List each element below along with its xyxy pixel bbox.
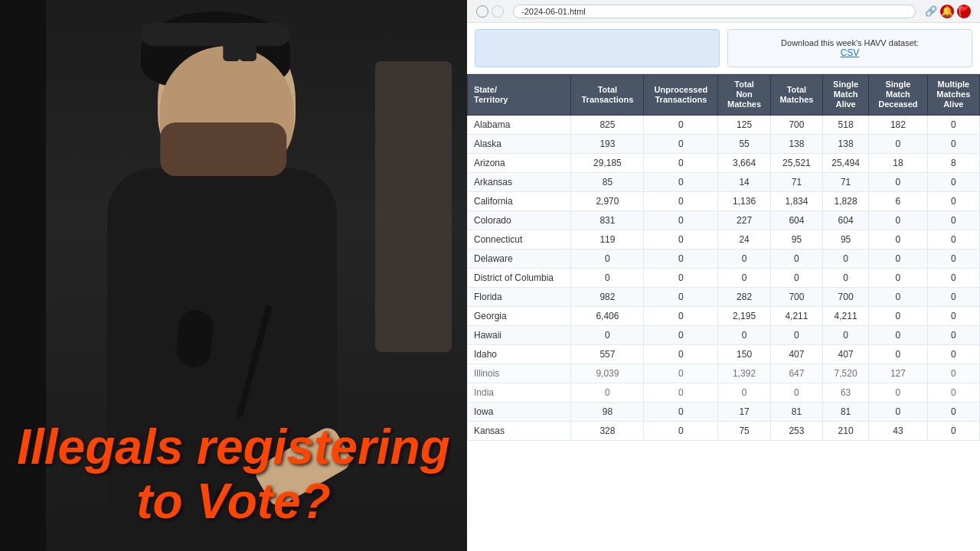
- cell-value: 0: [823, 249, 869, 268]
- cell-value: 25,494: [823, 153, 869, 172]
- data-table: State/Territory TotalTransactions Unproc…: [467, 74, 980, 441]
- col-single-match-deceased: SingleMatchDeceased: [869, 75, 928, 116]
- table-row: Colorado831022760460400: [468, 210, 980, 230]
- cell-state: Colorado: [468, 210, 571, 230]
- browser-url[interactable]: -2024-06-01.html: [513, 5, 916, 18]
- cell-state: Idaho: [468, 344, 571, 364]
- cell-value: 518: [823, 115, 869, 134]
- cell-value: 0: [927, 210, 979, 230]
- cell-value: 0: [927, 134, 979, 153]
- cell-value: 2,195: [718, 306, 770, 325]
- cell-value: 0: [644, 249, 718, 268]
- browser-forward-icon: [492, 5, 504, 18]
- cell-value: 0: [718, 249, 770, 268]
- cell-state: Illinois: [468, 364, 571, 383]
- cell-value: 557: [571, 344, 644, 364]
- cell-value: 43: [869, 421, 928, 440]
- cell-state: Iowa: [468, 402, 571, 421]
- cell-value: 0: [869, 325, 928, 344]
- cell-value: 182: [869, 115, 928, 134]
- cell-value: 0: [571, 325, 644, 344]
- cell-value: 0: [927, 287, 979, 306]
- col-multiple-matches-alive: MultipleMatchesAlive: [927, 75, 979, 116]
- cell-value: 0: [644, 402, 718, 421]
- cell-value: 4,211: [770, 306, 822, 325]
- cell-value: 0: [718, 325, 770, 344]
- cell-value: 0: [644, 172, 718, 191]
- cell-state: Arkansas: [468, 172, 571, 191]
- cell-state: District of Columbia: [468, 268, 571, 287]
- cell-value: 0: [571, 249, 644, 268]
- cell-state: Alaska: [468, 134, 571, 153]
- cell-state: Kansas: [468, 421, 571, 440]
- cell-value: 0: [644, 383, 718, 402]
- cell-value: 0: [644, 230, 718, 249]
- webcam-area: Illegals registering to Vote?: [0, 0, 467, 551]
- cell-value: 0: [869, 306, 928, 325]
- cell-value: 138: [823, 134, 869, 153]
- cell-state: Florida: [468, 287, 571, 306]
- cell-value: 0: [644, 115, 718, 134]
- cell-value: 982: [571, 287, 644, 306]
- cell-value: 0: [869, 383, 928, 402]
- cell-value: 14: [718, 172, 770, 191]
- cell-value: 0: [927, 402, 979, 421]
- cell-value: 138: [770, 134, 822, 153]
- table-row: Florida982028270070000: [468, 287, 980, 306]
- table-row: Idaho557015040740700: [468, 344, 980, 364]
- cell-state: Alabama: [468, 115, 571, 134]
- csv-link[interactable]: CSV: [841, 47, 860, 58]
- table-row: India00006300: [468, 383, 980, 402]
- cell-value: 0: [770, 325, 822, 344]
- cell-value: 825: [571, 115, 644, 134]
- cell-value: 24: [718, 230, 770, 249]
- col-total-transactions: TotalTransactions: [571, 75, 644, 116]
- cell-value: 0: [927, 268, 979, 287]
- table-row: Hawaii0000000: [468, 325, 980, 344]
- col-single-match-alive: SingleMatchAlive: [823, 75, 869, 116]
- cell-value: 0: [869, 287, 928, 306]
- col-total-matches: TotalMatches: [770, 75, 822, 116]
- cell-state: Delaware: [468, 249, 571, 268]
- col-total-non-matches: TotalNonMatches: [718, 75, 770, 116]
- cell-value: 831: [571, 210, 644, 230]
- cell-value: 0: [927, 364, 979, 383]
- table-row: Connecticut119024959500: [468, 230, 980, 249]
- cell-value: 1,834: [770, 191, 822, 210]
- cell-value: 604: [823, 210, 869, 230]
- cell-value: 0: [927, 325, 979, 344]
- cell-value: 125: [718, 115, 770, 134]
- cell-state: Hawaii: [468, 325, 571, 344]
- cell-value: 0: [644, 306, 718, 325]
- table-row: Arizona29,18503,66425,52125,494188: [468, 153, 980, 172]
- cell-value: 0: [869, 230, 928, 249]
- table-row: Alaska19305513813800: [468, 134, 980, 153]
- cell-value: 85: [571, 172, 644, 191]
- cell-value: 0: [644, 325, 718, 344]
- cell-value: 0: [571, 383, 644, 402]
- overlay-text: Illegals registering to Vote?: [0, 420, 467, 528]
- data-area: -2024-06-01.html 🔗 🔔 🚩 Download this wee…: [467, 0, 980, 551]
- cell-value: 0: [927, 344, 979, 364]
- cell-value: 328: [571, 421, 644, 440]
- cell-value: 0: [869, 134, 928, 153]
- cell-state: Arizona: [468, 153, 571, 172]
- download-csv-box: Download this week's HAVV dataset: CSV: [727, 29, 972, 67]
- col-unprocessed: UnprocessedTransactions: [644, 75, 718, 116]
- cell-value: 0: [927, 249, 979, 268]
- browser-bar: -2024-06-01.html 🔗 🔔 🚩: [467, 0, 980, 23]
- cell-value: 1,136: [718, 191, 770, 210]
- table-row: Kansas328075253210430: [468, 421, 980, 440]
- cell-value: 0: [869, 172, 928, 191]
- cell-value: 95: [770, 230, 822, 249]
- cell-value: 193: [571, 134, 644, 153]
- cell-value: 0: [644, 364, 718, 383]
- cell-value: 55: [718, 134, 770, 153]
- cell-value: 0: [644, 134, 718, 153]
- cell-value: 647: [770, 364, 822, 383]
- table-row: Arkansas85014717100: [468, 172, 980, 191]
- table-row: District of Columbia0000000: [468, 268, 980, 287]
- ext-icon: 🔗: [925, 5, 937, 17]
- cell-value: 0: [644, 287, 718, 306]
- cell-value: 0: [644, 210, 718, 230]
